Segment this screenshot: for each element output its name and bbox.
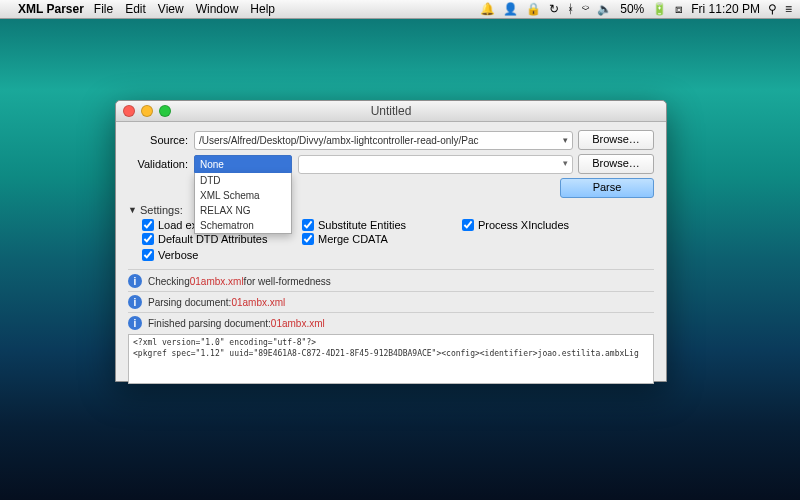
checkbox[interactable] xyxy=(302,233,314,245)
window-title: Untitled xyxy=(116,104,666,118)
app-menu[interactable]: XML Parser xyxy=(18,2,84,16)
battery-icon[interactable]: 🔋 xyxy=(652,2,667,16)
check-proc-xincludes[interactable]: Process XIncludes xyxy=(462,219,622,231)
wifi-icon[interactable]: ⌔ xyxy=(582,2,589,16)
output-line: <pkgref spec="1.12" uuid="89E461A8-C872-… xyxy=(133,348,649,359)
clock[interactable]: Fri 11:20 PM xyxy=(691,2,760,16)
check-merge-cdata[interactable]: Merge CDATA xyxy=(302,233,462,245)
log-line-finished: i Finished parsing document: 01ambx.xml xyxy=(128,316,654,330)
checkbox[interactable] xyxy=(142,233,154,245)
check-sub-entities[interactable]: Substitute Entities xyxy=(302,219,462,231)
parse-button[interactable]: Parse xyxy=(560,178,654,198)
lock-icon[interactable]: 🔒 xyxy=(526,2,541,16)
browse-source-button[interactable]: Browse… xyxy=(578,130,654,150)
disclosure-triangle-icon: ▼ xyxy=(128,205,137,215)
validation-selected: None xyxy=(195,156,291,173)
info-icon: i xyxy=(128,274,142,288)
spotlight-icon[interactable]: ⚲ xyxy=(768,2,777,16)
app-window: Untitled Source: /Users/Alfred/Desktop/D… xyxy=(115,100,667,382)
separator xyxy=(128,269,654,270)
chevron-down-icon[interactable]: ▾ xyxy=(563,132,568,149)
user-icon[interactable]: 👤 xyxy=(503,2,518,16)
validation-option-xmlschema[interactable]: XML Schema xyxy=(195,188,291,203)
schema-field[interactable]: ▾ xyxy=(298,155,573,174)
source-label: Source: xyxy=(128,134,188,146)
validation-option-relaxng[interactable]: RELAX NG xyxy=(195,203,291,218)
checkbox[interactable] xyxy=(462,219,474,231)
settings-label: Settings: xyxy=(140,204,183,216)
mac-menubar: XML Parser File Edit View Window Help 🔔 … xyxy=(0,0,800,19)
log-area: i Checking 01ambx.xml for well-formednes… xyxy=(128,274,654,330)
output-line: <?xml version="1.0" encoding="utf-8"?> xyxy=(133,337,649,348)
window-titlebar[interactable]: Untitled xyxy=(116,101,666,122)
log-line-checking: i Checking 01ambx.xml for well-formednes… xyxy=(128,274,654,288)
log-line-parsing: i Parsing document: 01ambx.xml xyxy=(128,295,654,309)
info-icon: i xyxy=(128,295,142,309)
menu-file[interactable]: File xyxy=(94,2,113,16)
menu-view[interactable]: View xyxy=(158,2,184,16)
bluetooth-icon[interactable]: ᚼ xyxy=(567,2,574,16)
validation-option-schematron[interactable]: Schematron xyxy=(195,218,291,233)
notification-icon[interactable]: 🔔 xyxy=(480,2,495,16)
sync-icon[interactable]: ↻ xyxy=(549,2,559,16)
volume-icon[interactable]: 🔈 xyxy=(597,2,612,16)
menu-edit[interactable]: Edit xyxy=(125,2,146,16)
chevron-down-icon[interactable]: ▾ xyxy=(563,158,568,168)
menu-help[interactable]: Help xyxy=(250,2,275,16)
validation-select[interactable]: None DTD XML Schema RELAX NG Schematron xyxy=(194,155,292,174)
browse-schema-button[interactable]: Browse… xyxy=(578,154,654,174)
validation-dropdown: DTD XML Schema RELAX NG Schematron xyxy=(194,173,292,234)
info-icon: i xyxy=(128,316,142,330)
checkbox[interactable] xyxy=(142,249,154,261)
dropbox-icon[interactable]: ⧈ xyxy=(675,2,683,16)
output-pane[interactable]: <?xml version="1.0" encoding="utf-8"?> <… xyxy=(128,334,654,384)
validation-label: Validation: xyxy=(128,158,188,170)
check-verbose[interactable]: Verbose xyxy=(142,249,622,261)
menu-extra-icon[interactable]: ≡ xyxy=(785,2,792,16)
menu-window[interactable]: Window xyxy=(196,2,239,16)
check-default-attrs[interactable]: Default DTD Attributes xyxy=(142,233,302,245)
checkbox[interactable] xyxy=(142,219,154,231)
source-field[interactable]: /Users/Alfred/Desktop/Divvy/ambx-lightco… xyxy=(194,131,573,150)
battery-percent: 50% xyxy=(620,2,644,16)
validation-option-dtd[interactable]: DTD xyxy=(195,173,291,188)
checkbox[interactable] xyxy=(302,219,314,231)
source-value: /Users/Alfred/Desktop/Divvy/ambx-lightco… xyxy=(199,132,479,149)
